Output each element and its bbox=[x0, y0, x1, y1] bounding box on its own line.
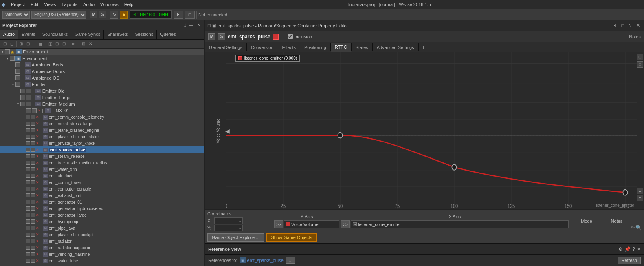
chart-scroll-up[interactable]: ▲ bbox=[637, 188, 643, 194]
panel-icon-minimize[interactable]: — bbox=[188, 22, 195, 28]
tree-row-emt-player-ship[interactable]: ▶ ✕ │ ⊡ emt_player_ship_air_intake bbox=[0, 133, 204, 140]
prop-editor-close[interactable]: ✕ bbox=[635, 22, 642, 29]
tree-row-emt-metal[interactable]: ▶ ✕ │ ⊡ emt_metal_stress_large bbox=[0, 120, 204, 127]
tree-row-amb-os[interactable]: ▶ │ ⊡ Ambience OS bbox=[0, 75, 204, 81]
tree-row-env-root[interactable]: ▼ ◉ ▣ Environment bbox=[0, 49, 204, 55]
search-icon-btn[interactable]: 🔍 bbox=[635, 225, 642, 231]
menu-layouts[interactable]: Layouts bbox=[59, 1, 80, 8]
m-button[interactable]: M bbox=[208, 33, 215, 40]
rtpc-chart-svg[interactable]: 200.0 12.0 6.0 2.5 -0.0 -2.5 -6.0 -12.0 … bbox=[226, 52, 637, 209]
tree-row-emitter-old[interactable]: ▶ │ ⊡ Emitter Old bbox=[0, 88, 204, 94]
tree-row-emt-tree[interactable]: ▶ ✕ │ ⊡ emt_tree_rustle_medium_radius bbox=[0, 160, 204, 166]
tab-events[interactable]: Events bbox=[18, 30, 39, 39]
panel-icon-info[interactable]: ℹ bbox=[183, 22, 187, 28]
tree-row-emt-sparks-pulse[interactable]: ▶ ✕ │ ⊡ emt_sparks_pulse bbox=[0, 146, 204, 153]
tab-states[interactable]: States bbox=[352, 43, 373, 51]
tree-btn-5[interactable]: ▦ bbox=[34, 41, 46, 47]
tree-btn-9[interactable]: ≡↕ bbox=[68, 41, 80, 47]
tree-row-emt-player-cockpit[interactable]: ▶ ✕ │ ⊡ emt_player_ship_cockpit bbox=[0, 231, 204, 238]
tab-soundbanks[interactable]: SoundBanks bbox=[39, 30, 71, 39]
tree-row-amb-beds[interactable]: ▶ │ ⊡ Ambience Beds bbox=[0, 62, 204, 68]
color-box[interactable] bbox=[273, 34, 279, 40]
tree-btn-7[interactable]: ⊡ bbox=[54, 41, 60, 47]
tab-sessions[interactable]: Sessions bbox=[132, 30, 157, 39]
refresh-btn[interactable]: Refresh bbox=[618, 257, 641, 264]
tab-sharesets[interactable]: ShareSets bbox=[104, 30, 132, 39]
tree-row-emt-air-duct[interactable]: ▶ ✕ │ ⊡ emt_air_duct bbox=[0, 173, 204, 179]
tree-btn-4[interactable]: ⊟ bbox=[25, 41, 31, 47]
edit-icon-btn[interactable]: ✏ bbox=[631, 225, 635, 231]
coord-x-input[interactable] bbox=[214, 217, 243, 224]
tree-row-amb-doors[interactable]: ▶ │ ⊡ Ambience Doors bbox=[0, 68, 204, 75]
tree-row-emt-water-tube[interactable]: ▶ ✕ │ ⊡ emt_water_tube bbox=[0, 257, 204, 264]
tree-row-emitter[interactable]: ▼ │ ⊡ Emitter bbox=[0, 81, 204, 88]
wavy-btn[interactable]: ∿ bbox=[110, 11, 118, 19]
tree-btn-8[interactable]: ⊞ bbox=[61, 41, 67, 47]
s-button[interactable]: S bbox=[218, 33, 225, 40]
tab-queries[interactable]: Queries bbox=[157, 30, 179, 39]
prop-editor-restore[interactable]: □ bbox=[620, 23, 626, 29]
mode-s-btn[interactable]: S bbox=[99, 11, 106, 18]
menu-audio[interactable]: Audio bbox=[81, 1, 97, 8]
chart-scroll-left[interactable]: ◀ bbox=[225, 128, 230, 134]
tree-row-inx01[interactable]: ▶ ✕ │ ⊡ _INX_01 bbox=[0, 107, 204, 114]
tree-row-emt-gen-hydro[interactable]: ▶ ✕ │ ⊡ emt_generator_hydropowered bbox=[0, 205, 204, 212]
tab-general[interactable]: General Settings bbox=[205, 43, 247, 51]
tree-row-env-folder[interactable]: ▼ ▣ Environment bbox=[0, 55, 204, 62]
tree-row-emitter-large[interactable]: ▶ │ ⊡ Emitter_Large bbox=[0, 94, 204, 101]
tree-btn-3[interactable]: ⊞ bbox=[18, 41, 24, 47]
tree-row-emt-radiator-cap[interactable]: ▶ ✕ │ ⊡ emt_radiator_capacitor bbox=[0, 244, 204, 251]
menu-project[interactable]: Project bbox=[9, 1, 27, 8]
prop-editor-help[interactable]: ? bbox=[627, 23, 633, 29]
tab-positioning[interactable]: Positioning bbox=[300, 43, 331, 51]
tree-btn-6[interactable]: ◫ bbox=[47, 41, 53, 47]
menu-help[interactable]: Help bbox=[122, 1, 136, 8]
tree-btn-1[interactable]: ⊡ bbox=[2, 41, 8, 47]
chart-btn-2[interactable]: □ bbox=[637, 61, 643, 68]
panel-icon-close[interactable]: ✕ bbox=[196, 22, 202, 28]
tree-row-emt-radiator[interactable]: ▶ ✕ │ ⊡ emt_radiator bbox=[0, 238, 204, 244]
chart-scroll-down[interactable]: ▼ bbox=[637, 195, 643, 201]
menu-windows[interactable]: Windows bbox=[98, 1, 121, 8]
menu-views[interactable]: Views bbox=[42, 1, 58, 8]
language-select[interactable]: English(US) (Reference) bbox=[31, 11, 86, 19]
coord-y-input[interactable] bbox=[214, 225, 243, 231]
mode-m-btn[interactable]: M bbox=[90, 11, 97, 18]
tree-row-emt-private[interactable]: ▶ ✕ │ ⊡ emt_private_taylor_knock bbox=[0, 140, 204, 146]
tab-add[interactable]: + bbox=[419, 42, 429, 52]
tab-effects[interactable]: Effects bbox=[278, 43, 300, 51]
tab-rtpc[interactable]: RTPC bbox=[331, 43, 352, 52]
workspace-select[interactable]: Windows bbox=[2, 11, 30, 19]
ref-help-icon[interactable]: ? bbox=[632, 246, 635, 252]
tab-game-syncs[interactable]: Game Syncs bbox=[71, 30, 104, 39]
tree-row-emt-vending[interactable]: ▶ ✕ │ ⊡ emt_vending_machine bbox=[0, 251, 204, 257]
tab-conversion[interactable]: Conversion bbox=[247, 43, 278, 51]
tree-row-emt-gen-large[interactable]: ▶ ✕ │ ⊡ emt_generator_large bbox=[0, 212, 204, 218]
tree-row-emt-gen01[interactable]: ▶ ✕ │ ⊡ emt_generator_01 bbox=[0, 199, 204, 205]
tree-container[interactable]: ▼ ◉ ▣ Environment ▼ ▣ Environment ▶ │ ⊡ … bbox=[0, 49, 204, 266]
tree-row-emt-water-drip[interactable]: ▶ ✕ │ ⊡ emt_water_drip bbox=[0, 166, 204, 173]
tree-row-emt-computer[interactable]: ▶ ✕ │ ⊡ emt_computer_console bbox=[0, 186, 204, 192]
ref-pin-icon[interactable]: 📌 bbox=[624, 246, 631, 252]
y-axis-arrow-btn[interactable]: >> bbox=[274, 220, 283, 228]
ref-ellipsis-btn[interactable]: ... bbox=[286, 257, 295, 264]
tree-btn-2[interactable]: ◻ bbox=[9, 41, 15, 47]
tree-row-emt-comm-tower[interactable]: ▶ ✕ │ ⊡ emt_comm_tower bbox=[0, 179, 204, 186]
show-game-objects-btn[interactable]: Show Game Objects bbox=[266, 233, 317, 242]
inclusion-checkbox[interactable] bbox=[288, 34, 293, 39]
tree-btn-11[interactable]: ✕ bbox=[87, 41, 94, 47]
prop-editor-maximize[interactable]: ⊡ bbox=[611, 22, 618, 29]
tree-btn-10[interactable]: ⊞ bbox=[80, 41, 87, 47]
game-object-explorer-btn[interactable]: Game Object Explorer... bbox=[207, 233, 264, 242]
menu-edit[interactable]: Edit bbox=[28, 1, 41, 8]
tree-row-emt-pipe-lava[interactable]: ▶ ✕ │ ⊡ emt_pipe_lava bbox=[0, 225, 204, 231]
ref-close-icon[interactable]: ✕ bbox=[637, 246, 641, 252]
tree-row-emt-steam[interactable]: ▶ ✕ │ ⊡ emt_steam_release bbox=[0, 153, 204, 160]
tree-row-emt-comm-console-telem[interactable]: ▶ ✕ │ ⊡ emt_comm_console_telemetry bbox=[0, 114, 204, 120]
tab-advanced[interactable]: Advanced Settings bbox=[373, 43, 419, 51]
tree-row-emitter-medium[interactable]: ▼ │ ⊡ Emitter_Medium bbox=[0, 101, 204, 107]
tree-row-emt-plane[interactable]: ▶ ✕ │ ⊡ emt_plane_crashed_engine bbox=[0, 127, 204, 133]
orange-circle-btn[interactable]: ● bbox=[120, 11, 128, 19]
tree-row-emt-exhaust[interactable]: ▶ ✕ │ ⊡ emt_exhaust_port bbox=[0, 192, 204, 199]
transport-btn2[interactable]: □ bbox=[185, 11, 195, 19]
